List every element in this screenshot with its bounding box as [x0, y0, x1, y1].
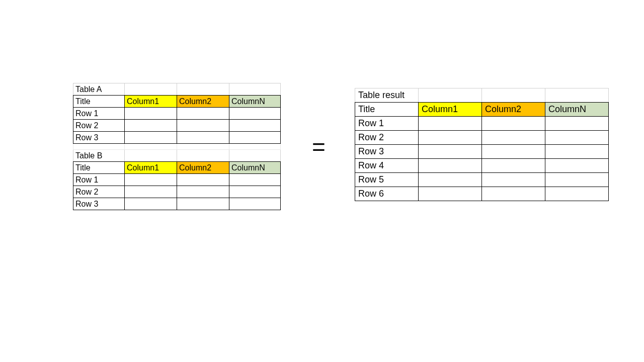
table-b-header-colN: ColumnN [229, 162, 281, 174]
table-result-header-row: Title Column1 Column2 ColumnN [355, 103, 609, 117]
result-table-group: Table result Title Column1 Column2 Colum… [355, 88, 609, 201]
table-row: Row 2 [355, 131, 609, 145]
table-a-header-colN: ColumnN [229, 96, 281, 108]
table-b-header-col1: Column1 [125, 162, 177, 174]
table-a-header-col1: Column1 [125, 96, 177, 108]
table-row: Row 1 [73, 108, 281, 120]
table-b-header-row: Title Column1 Column2 ColumnN [73, 162, 281, 174]
table-result: Table result Title Column1 Column2 Colum… [355, 88, 609, 201]
table-a-name: Table A [73, 83, 125, 96]
table-a-header-title: Title [73, 96, 125, 108]
table-row: Row 4 [355, 159, 609, 173]
table-a-name-row: Table A [73, 83, 281, 96]
table-result-header-col1: Column1 [419, 103, 482, 117]
table-b-header-col2: Column2 [177, 162, 229, 174]
equals-sign: = [312, 133, 326, 160]
table-row: Row 3 [73, 198, 281, 210]
table-row: Row 6 [355, 187, 609, 201]
table-a-header-col2: Column2 [177, 96, 229, 108]
table-result-header-col2: Column2 [482, 103, 545, 117]
table-b-name-row: Table B [73, 150, 281, 162]
table-row: Row 3 [355, 145, 609, 159]
left-tables-group: Table A Title Column1 Column2 ColumnN Ro… [73, 83, 281, 210]
table-row: Row 1 [355, 117, 609, 131]
table-row: Row 2 [73, 120, 281, 132]
table-row: Row 3 [73, 132, 281, 144]
table-result-header-colN: ColumnN [545, 103, 609, 117]
table-b-name: Table B [73, 150, 125, 162]
table-result-header-title: Title [355, 103, 419, 117]
table-a-header-row: Title Column1 Column2 ColumnN [73, 96, 281, 108]
table-row: Row 2 [73, 186, 281, 198]
table-a: Table A Title Column1 Column2 ColumnN Ro… [73, 83, 281, 210]
spacer-row [73, 144, 281, 150]
table-row: Row 1 [73, 174, 281, 186]
table-b-header-title: Title [73, 162, 125, 174]
table-result-name-row: Table result [355, 88, 609, 103]
table-row: Row 5 [355, 173, 609, 187]
table-result-name: Table result [355, 88, 419, 103]
